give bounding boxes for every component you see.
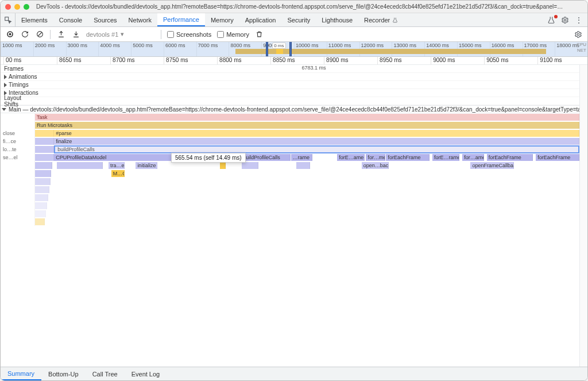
flame-mc[interactable]: M…C	[111, 170, 125, 177]
vertical-scrollbar[interactable]	[579, 65, 587, 367]
tab-performance[interactable]: Performance	[157, 13, 205, 26]
experiments-icon[interactable]	[547, 16, 555, 24]
flame-frame[interactable]: forEachFrame	[536, 154, 579, 161]
flame-selected[interactable]: buildProfileCalls	[54, 145, 579, 153]
timeline-ruler[interactable]: 00 ms 8650 ms 8700 ms 8750 ms 8800 ms 88…	[1, 57, 587, 65]
details-tab-calltree[interactable]: Call Tree	[86, 367, 125, 380]
screenshots-checkbox[interactable]: Screenshots	[167, 31, 211, 38]
flask-icon	[392, 17, 398, 23]
tab-application[interactable]: Application	[239, 13, 282, 26]
details-tab-bottomup[interactable]: Bottom-Up	[41, 367, 86, 380]
tab-lighthouse[interactable]: Lighthouse	[316, 13, 358, 26]
flame-frame[interactable]: forEachFrame	[487, 154, 533, 161]
track-interactions[interactable]: Interactions	[1, 89, 579, 97]
tab-security[interactable]: Security	[281, 13, 316, 26]
chevron-down-icon: ▾	[121, 30, 124, 38]
tab-console[interactable]: Console	[53, 13, 88, 26]
svg-point-3	[9, 33, 11, 36]
timeline-overview[interactable]: 1000 ms 2000 ms 3000 ms 4000 ms 5000 ms …	[1, 42, 587, 57]
perf-toolbar: devtools #1 ▾ Screenshots Memory	[1, 27, 587, 42]
flame-bar[interactable]	[220, 162, 225, 169]
flame-bar[interactable]	[35, 146, 54, 153]
gc-trash-icon[interactable]	[255, 30, 264, 39]
flame-microtasks[interactable]: Run Microtasks	[35, 122, 579, 129]
flame-traee[interactable]: tra…ee	[109, 162, 125, 169]
flame-bar[interactable]	[35, 138, 54, 145]
flame-frame[interactable]: …rame	[291, 154, 313, 161]
flame-finalize[interactable]: finalize	[54, 138, 579, 145]
flame-bar[interactable]	[35, 170, 51, 177]
flame-frame[interactable]: for…me	[366, 154, 385, 161]
clear-button[interactable]	[35, 30, 44, 39]
flame-bar[interactable]	[57, 162, 103, 169]
overview-selection-label: 0 ms	[272, 43, 285, 49]
track-animations[interactable]: Animations	[1, 73, 579, 81]
flamechart-area: 00 ms 8650 ms 8700 ms 8750 ms 8800 ms 88…	[1, 57, 587, 367]
flame-buildprofilecalls-child[interactable]: buildProfileCalls	[241, 154, 290, 161]
flame-bar[interactable]	[296, 162, 310, 169]
overview-handle-right[interactable]	[289, 42, 292, 56]
memory-checkbox[interactable]: Memory	[217, 31, 249, 38]
overview-right-labels: CPU NET	[577, 42, 586, 53]
more-menu-icon[interactable]: ⋮	[575, 16, 583, 24]
tab-sources[interactable]: Sources	[88, 13, 122, 26]
overview-tick: 1000 ms	[1, 42, 33, 56]
flame-bar[interactable]	[35, 162, 52, 169]
flame-frame[interactable]: forE…rame	[432, 154, 459, 161]
flame-bar[interactable]	[35, 202, 47, 209]
track-layout-shifts[interactable]: Layout Shifts	[1, 97, 579, 105]
window-zoom-button[interactable]	[24, 4, 29, 10]
svg-point-1	[564, 19, 566, 21]
window-title: DevTools - devtools://devtools/bundled/d…	[36, 3, 564, 10]
flame-side	[1, 113, 35, 121]
inspect-icon[interactable]	[1, 13, 16, 26]
svg-point-6	[577, 33, 579, 36]
flame-bar[interactable]	[35, 210, 46, 217]
flame-task[interactable]: Task	[35, 114, 579, 121]
flame-frame[interactable]: forEachFrame	[386, 154, 430, 161]
svg-line-5	[38, 32, 42, 36]
details-tab-summary[interactable]: Summary	[1, 367, 41, 380]
flame-bar[interactable]	[35, 186, 49, 193]
track-timings[interactable]: Timings	[1, 81, 579, 89]
overview-handle-left[interactable]	[266, 42, 268, 56]
flame-openback[interactable]: open…back	[362, 162, 389, 169]
devtools-tabs: Elements Console Sources Network Perform…	[1, 13, 587, 27]
window-titlebar: DevTools - devtools://devtools/bundled/d…	[1, 1, 587, 13]
flame-tooltip: 565.54 ms (self 14.49 ms)	[171, 153, 246, 163]
flame-bar[interactable]	[35, 194, 48, 201]
main-flamechart[interactable]: Task Run Microtasks close #parse	[1, 113, 579, 226]
tab-elements[interactable]: Elements	[16, 13, 53, 26]
upload-profile-button[interactable]	[56, 30, 65, 39]
reload-record-button[interactable]	[20, 30, 29, 39]
capture-settings-gear-icon[interactable]	[574, 30, 583, 39]
flame-bar[interactable]	[242, 162, 258, 169]
tab-memory[interactable]: Memory	[205, 13, 239, 26]
window-minimize-button[interactable]	[14, 4, 20, 10]
flame-parse[interactable]: #parse	[54, 130, 579, 137]
flame-bar[interactable]	[35, 178, 51, 185]
track-main-header[interactable]: Main — devtools://devtools/bundled/devto…	[1, 105, 579, 113]
flame-frame[interactable]: for…ame	[462, 154, 484, 161]
profile-selector[interactable]: devtools #1 ▾	[86, 30, 155, 38]
overview-gap	[276, 48, 283, 54]
frame-marker: 6783.1 ms	[302, 65, 326, 71]
flame-bar[interactable]	[35, 130, 54, 137]
track-frames[interactable]: Frames 6783.1 ms	[1, 65, 579, 73]
details-tabs: Summary Bottom-Up Call Tree Event Log	[1, 367, 587, 380]
flame-frame[interactable]: forE…ame	[337, 154, 364, 161]
flame-bar[interactable]	[35, 218, 45, 225]
settings-gear-icon[interactable]	[561, 16, 569, 24]
window-close-button[interactable]	[5, 4, 11, 10]
details-tab-eventlog[interactable]: Event Log	[125, 367, 167, 380]
record-button[interactable]	[5, 30, 14, 39]
flame-openframecallback[interactable]: openFrameCallback	[470, 162, 514, 169]
tab-recorder[interactable]: Recorder	[358, 13, 404, 26]
flame-bar[interactable]	[35, 154, 54, 161]
download-profile-button[interactable]	[71, 30, 80, 39]
flame-initialize[interactable]: initialize	[136, 162, 157, 169]
tab-network[interactable]: Network	[123, 13, 157, 26]
